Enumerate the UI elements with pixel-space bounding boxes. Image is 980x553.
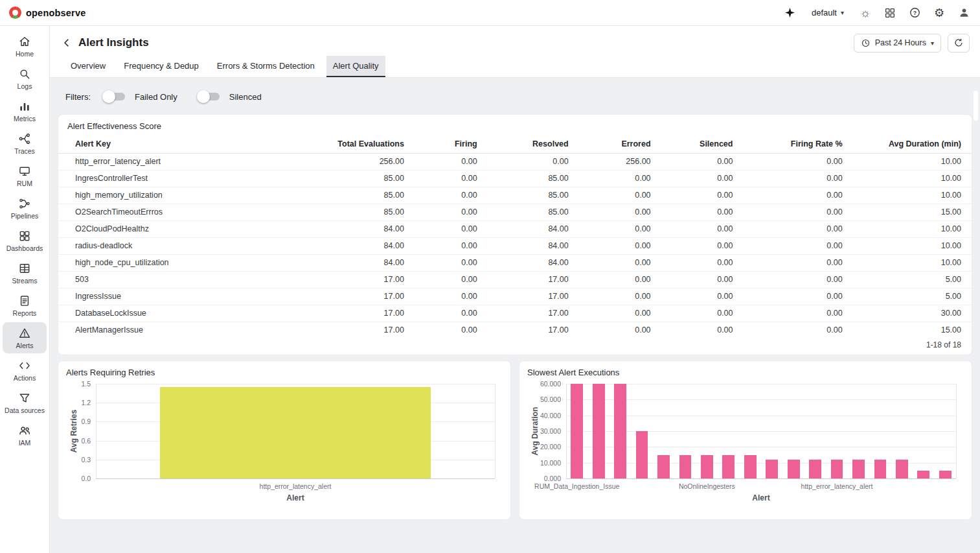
sidebar-item-home[interactable]: Home	[3, 30, 47, 62]
sidebar-item-streams[interactable]: Streams	[3, 257, 47, 288]
chart-bar[interactable]	[917, 471, 929, 478]
openobserve-logo[interactable]: openobserve	[9, 6, 85, 19]
chart-bar[interactable]	[722, 455, 735, 479]
sidebar-item-metrics[interactable]: Metrics	[3, 95, 47, 126]
retries-chart-card: Alerts Requiring Retries 0.00.30.60.91.2…	[58, 360, 511, 520]
page-header: Alert Insights Past 24 Hours ▾ Overview …	[50, 26, 980, 78]
sidebar-item-label: Traces	[14, 147, 35, 155]
time-range-selector[interactable]: Past 24 Hours ▾	[854, 34, 941, 53]
chart-bar[interactable]	[874, 460, 887, 478]
value-cell: 0.00	[415, 322, 488, 337]
alert-key-cell: IngresControllerTest	[58, 171, 296, 187]
back-button[interactable]	[58, 34, 76, 52]
sidebar-item-rum[interactable]: RUM	[3, 160, 47, 191]
sidebar-item-iam[interactable]: IAM	[3, 419, 47, 451]
tab-errors-storms[interactable]: Errors & Storms Detection	[211, 56, 321, 77]
sidebar-item-reports[interactable]: Reports	[3, 290, 47, 321]
value-cell: 0.00	[579, 322, 661, 337]
help-icon[interactable]: ?	[907, 6, 922, 20]
table-row: radius-deadlock84.000.0084.000.000.000.0…	[58, 238, 972, 255]
chart-bar[interactable]	[939, 471, 952, 478]
table-row: 50317.000.0017.000.000.000.005.00	[58, 272, 972, 288]
chart-bar[interactable]	[744, 455, 757, 479]
ai-sparkle-icon[interactable]	[783, 6, 797, 20]
user-icon[interactable]	[957, 6, 971, 20]
value-cell: 0.00	[743, 288, 852, 305]
chart-bar[interactable]	[614, 384, 626, 478]
chart-bar[interactable]	[852, 460, 865, 478]
tab-frequency-dedup[interactable]: Frequency & Dedup	[117, 56, 205, 77]
sidebar-item-data-sources[interactable]: Data sources	[3, 387, 47, 418]
value-cell: 0.00	[579, 171, 661, 187]
tab-overview[interactable]: Overview	[64, 56, 112, 77]
chart-bar[interactable]	[809, 460, 821, 478]
slowest-executions-chart-card: Slowest Alert Executions 0.00010.00020.0…	[519, 360, 972, 520]
value-cell: 84.00	[296, 238, 415, 255]
table-row: high_memory_utilization85.000.0085.000.0…	[58, 187, 972, 204]
value-cell: 10.00	[853, 154, 972, 171]
scrollbar-thumb[interactable]	[974, 91, 978, 121]
chart-bar[interactable]	[160, 387, 431, 478]
table-row: AlertManagerIssue17.000.0017.000.000.000…	[58, 322, 972, 337]
chart-bar[interactable]	[766, 460, 778, 478]
silenced-toggle[interactable]	[197, 90, 222, 103]
time-range-value: Past 24 Hours	[875, 38, 926, 47]
tab-bar: Overview Frequency & Dedup Errors & Stor…	[58, 56, 970, 77]
chart-bar[interactable]	[831, 460, 843, 478]
dashboards-icon	[18, 229, 31, 242]
table-scroll-area[interactable]: Alert KeyTotal EvaluationsFiringResolved…	[58, 135, 972, 336]
value-cell: 0.00	[579, 255, 661, 272]
sidebar: Home Logs Metrics Traces RUM Pipelines D…	[0, 26, 50, 553]
failed-only-label: Failed Only	[135, 92, 177, 102]
column-header: Resolved	[488, 135, 579, 154]
sidebar-item-dashboards[interactable]: Dashboards	[3, 225, 47, 256]
table-head-row: Alert KeyTotal EvaluationsFiringResolved…	[58, 135, 972, 154]
value-cell: 0.00	[415, 272, 488, 288]
sidebar-item-alerts[interactable]: Alerts	[3, 322, 47, 353]
chart-bar[interactable]	[636, 431, 648, 478]
sidebar-item-traces[interactable]: Traces	[3, 128, 47, 159]
sidebar-item-label: Streams	[12, 277, 37, 285]
alert-key-cell: AlertManagerIssue	[58, 322, 296, 337]
y-tick-label: 50.000	[527, 395, 561, 404]
chart-bar[interactable]	[701, 455, 713, 479]
column-header: Errored	[579, 135, 661, 154]
chart-bar[interactable]	[593, 384, 605, 478]
alert-key-cell: O2SearchTimeoutErrros	[58, 204, 296, 221]
theme-toggle-icon[interactable]: ☼	[858, 6, 872, 20]
value-cell: 256.00	[296, 154, 415, 171]
chart-bar[interactable]	[657, 455, 670, 479]
chart-bar[interactable]	[896, 460, 908, 478]
chevron-down-icon: ▾	[931, 40, 934, 47]
sidebar-item-logs[interactable]: Logs	[3, 63, 47, 94]
value-cell: 0.00	[415, 238, 488, 255]
bar-chart-icon	[18, 100, 31, 113]
chart-title: Alerts Requiring Retries	[66, 368, 503, 377]
silenced-label: Silenced	[229, 92, 262, 102]
y-tick-label: 0.3	[66, 455, 91, 464]
tab-alert-quality[interactable]: Alert Quality	[326, 56, 385, 77]
y-axis-title: Avg Retries	[69, 410, 78, 453]
sidebar-item-actions[interactable]: Actions	[3, 355, 47, 386]
refresh-button[interactable]	[948, 34, 970, 53]
value-cell: 17.00	[296, 288, 415, 305]
value-cell: 85.00	[296, 187, 415, 204]
x-tick-label: http_error_latency_alert	[237, 482, 354, 490]
apps-grid-icon[interactable]	[883, 6, 897, 20]
sidebar-item-pipelines[interactable]: Pipelines	[3, 193, 47, 224]
gear-icon[interactable]: ⚙	[932, 6, 946, 20]
value-cell: 85.00	[488, 204, 579, 221]
chart-bar[interactable]	[571, 384, 583, 478]
value-cell: 15.00	[853, 204, 972, 221]
chart-bar[interactable]	[679, 455, 692, 479]
value-cell: 0.00	[579, 288, 661, 305]
failed-only-toggle[interactable]	[102, 90, 127, 103]
org-selector[interactable]: default ▾	[808, 6, 848, 19]
table-row: IngressIssue17.000.0017.000.000.000.005.…	[58, 288, 972, 305]
streams-grid-icon	[18, 262, 31, 275]
chart-bar[interactable]	[788, 460, 800, 478]
search-icon	[18, 67, 31, 80]
value-cell: 0.00	[579, 238, 661, 255]
value-cell: 84.00	[488, 255, 579, 272]
y-axis-title: Avg Duration	[530, 407, 540, 456]
